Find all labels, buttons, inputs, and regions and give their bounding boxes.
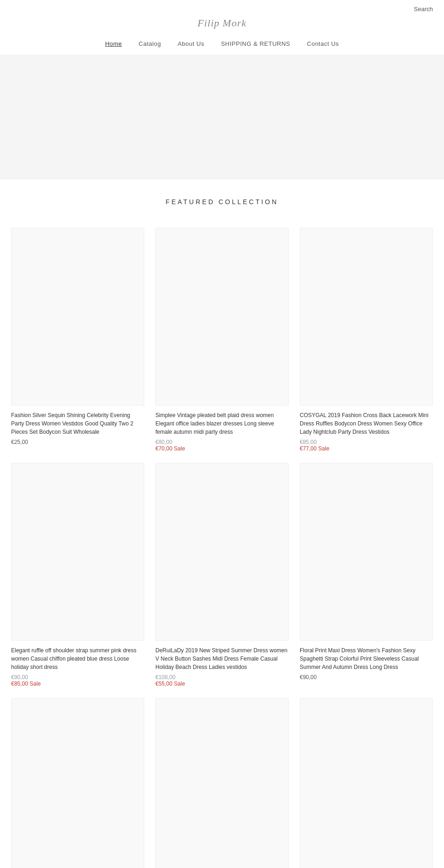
price-original: €85,00 [300,439,433,445]
product-card[interactable]: DeRuiLaDy 2019 New Striped Summer Dress … [155,463,289,687]
price-regular: €25,00 [11,439,144,445]
product-card[interactable]: TESSCARA Women Elegant Beading Dress Fem… [11,698,144,868]
header: Search Filip Mork Home Catalog About Us … [0,0,444,55]
nav-shipping[interactable]: SHIPPING & RETURNS [221,40,290,47]
product-card[interactable]: Simplee Vintage pleated belt plaid dress… [155,228,289,452]
product-name: DeRuiLaDy 2019 New Striped Summer Dress … [155,646,289,671]
product-name: Fashion Silver Sequin Shining Celebrity … [11,411,144,436]
section-title: FEATURED COLLECTION [11,198,433,206]
product-image [300,228,433,406]
price-original: €80,00 [155,439,289,445]
price-original: €108,00 [155,674,289,681]
hero-banner [0,55,444,180]
nav-home[interactable]: Home [105,40,122,47]
nav-about[interactable]: About Us [178,40,204,47]
product-name: Simplee Vintage pleated belt plaid dress… [155,411,289,436]
price-sale: €55,00 Sale [155,681,289,687]
product-name: Elegant ruffle off shoulder strap summer… [11,646,144,671]
product-image [155,698,289,868]
price-sale: €70,00 Sale [155,445,289,452]
product-image [11,463,144,641]
product-name: COSYGAL 2019 Fashion Cross Back Lacework… [300,411,433,436]
product-card[interactable]: Elegant ruffle off shoulder strap summer… [11,463,144,687]
product-card[interactable]: Floral Print Maxi Dress Women's Fashion … [300,463,433,687]
search-link[interactable]: Search [414,6,433,12]
product-grid: Fashion Silver Sequin Shining Celebrity … [0,228,444,868]
logo[interactable]: Filip Mork [197,12,247,36]
header-top: Search [0,0,444,12]
product-card[interactable]: COSYGAL 2019 Fashion Cross Back Lacework… [300,228,433,452]
product-card[interactable]: Simplee Patchwork puff sleeve shirt dres… [300,698,433,868]
product-image [300,463,433,641]
nav-catalog[interactable]: Catalog [139,40,161,47]
product-card[interactable]: Fashion Silver Sequin Shining Celebrity … [11,228,144,452]
featured-section: FEATURED COLLECTION [0,180,444,228]
product-card[interactable]: 2019 New Womens Slim Print Fashion Sling… [155,698,289,868]
product-name: Floral Print Maxi Dress Women's Fashion … [300,646,433,671]
product-image [11,698,144,868]
nav-contact[interactable]: Contact Us [307,40,339,47]
price-sale: €85,00 Sale [11,681,144,687]
product-image [155,463,289,641]
price-sale: €77,00 Sale [300,445,433,452]
price-original: €90,00 [11,674,144,681]
product-image [300,698,433,868]
product-image [155,228,289,406]
price-regular: €90,00 [300,674,433,681]
main-nav: Home Catalog About Us SHIPPING & RETURNS… [105,36,339,55]
product-image [11,228,144,406]
